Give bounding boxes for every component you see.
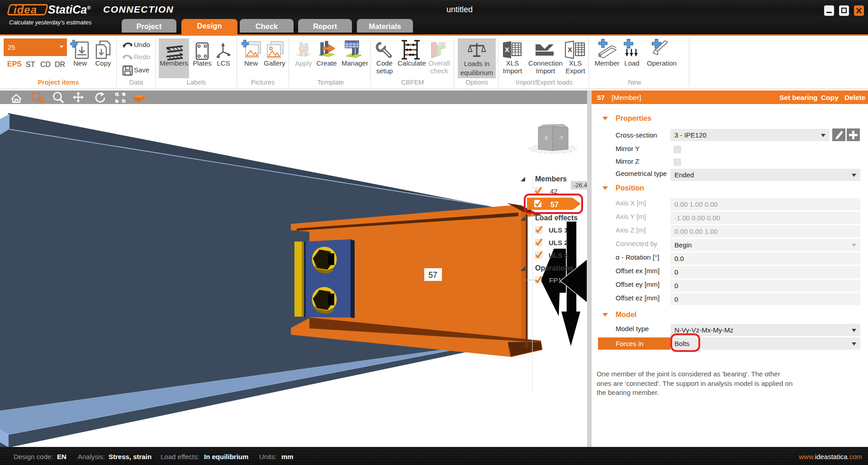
svg-text:-X: -X bbox=[543, 135, 548, 141]
svg-text:ULS 3: ULS 3 bbox=[549, 251, 568, 259]
svg-text:57: 57 bbox=[428, 270, 437, 280]
svg-text:X: X bbox=[505, 46, 509, 53]
svg-text:FP1: FP1 bbox=[549, 276, 562, 284]
svg-text:-Y: -Y bbox=[559, 135, 564, 140]
svg-text:Members: Members bbox=[535, 175, 567, 183]
svg-text:ULS 1: ULS 1 bbox=[549, 226, 568, 234]
svg-text:ULS 2: ULS 2 bbox=[549, 239, 568, 247]
svg-text:-26.4: -26.4 bbox=[574, 182, 588, 189]
svg-text:57: 57 bbox=[550, 201, 559, 209]
svg-text:Load effects: Load effects bbox=[535, 214, 578, 222]
svg-text:Operations: Operations bbox=[535, 264, 574, 272]
svg-text:X: X bbox=[568, 46, 572, 53]
